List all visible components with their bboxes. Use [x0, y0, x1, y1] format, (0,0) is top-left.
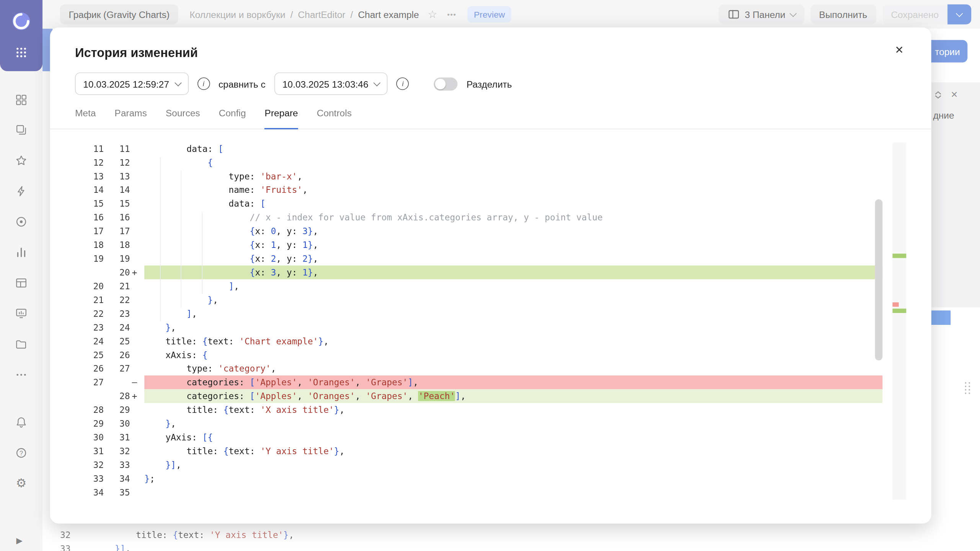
line-number-old: 32: [75, 458, 108, 472]
code-token: ,: [176, 460, 181, 470]
code-token: , y:: [276, 226, 302, 236]
line-number-old: 15: [75, 197, 108, 210]
diff-line: 1616 // x - index for value from xAxis.c…: [75, 210, 882, 224]
code-token: 1: [302, 267, 308, 277]
code-token: [144, 157, 207, 167]
code-token: ]: [455, 391, 461, 401]
line-number-old: [75, 389, 108, 403]
code-token: ,: [339, 405, 345, 415]
code-token: ]: [408, 377, 413, 387]
code-line: {: [144, 156, 882, 170]
revision-controls: 10.03.2025 12:59:27 i сравнить с 10.03.2…: [50, 72, 931, 95]
code-token: [144, 419, 165, 429]
diff-sign: [130, 334, 145, 348]
info-icon[interactable]: i: [397, 77, 409, 90]
diff-overview-mark-removed: [892, 302, 898, 306]
code-line: [144, 486, 882, 499]
split-toggle[interactable]: [434, 77, 458, 90]
chevron-down-icon: [374, 79, 381, 86]
code-token: 2: [271, 254, 276, 264]
line-number-old: 21: [75, 293, 108, 307]
line-number-old: 17: [75, 224, 108, 238]
code-token: title:: [144, 405, 223, 415]
code-token: }: [144, 474, 150, 484]
code-token: ,: [171, 322, 176, 332]
code-line: {x: 2, y: 2},: [144, 252, 882, 266]
code-token: ,: [413, 377, 418, 387]
diff-sign: [130, 417, 145, 430]
diff-sign: [130, 169, 145, 183]
tab-params[interactable]: Params: [114, 108, 147, 129]
line-number-new: 26: [108, 348, 130, 362]
code-line: categories: ['Apples', 'Oranges', 'Grape…: [144, 389, 882, 403]
indent-guide: [202, 212, 203, 294]
diff-sign: +: [130, 266, 145, 279]
code-line: title: {text: 'X axis title'},: [144, 403, 882, 417]
modal-close-icon[interactable]: ✕: [892, 44, 906, 57]
line-number-old: 26: [75, 362, 108, 375]
diff-sign: [130, 321, 145, 334]
code-line: type: 'category',: [144, 362, 882, 375]
line-number-old: 14: [75, 183, 108, 197]
code-token: , y:: [276, 240, 302, 250]
code-token: [144, 281, 229, 291]
diff-line: 1111 data: [: [75, 142, 882, 156]
diff-sign: [130, 362, 145, 375]
code-line: },: [144, 293, 882, 307]
diff-sign: [130, 486, 145, 499]
code-line: },: [144, 321, 882, 334]
code-token: 'Apples': [255, 377, 297, 387]
tab-controls[interactable]: Controls: [317, 108, 351, 129]
tab-meta[interactable]: Meta: [75, 108, 96, 129]
code-token: x:: [255, 267, 271, 277]
code-token: 'Peach': [418, 391, 455, 401]
code-token: {: [250, 240, 255, 250]
scrollbar-thumb[interactable]: [875, 199, 883, 360]
tab-prepare[interactable]: Prepare: [265, 108, 298, 129]
diff-overview-mark-added: [892, 254, 906, 258]
diff-line: 1818 {x: 1, y: 1},: [75, 238, 882, 252]
diff-line: 1515 data: [: [75, 197, 882, 210]
code-token: text:: [229, 405, 260, 415]
line-number-new: 15: [108, 197, 130, 210]
code-token: ]: [186, 309, 192, 319]
code-token: ,: [313, 226, 318, 236]
diff-sign: [130, 252, 145, 266]
code-token: x:: [255, 226, 271, 236]
code-line: {x: 1, y: 1},: [144, 238, 882, 252]
line-number-new: 29: [108, 403, 130, 417]
diff-sign: [130, 458, 145, 472]
line-number-new: 30: [108, 417, 130, 430]
code-token: }: [207, 295, 213, 305]
revision-select-left[interactable]: 10.03.2025 12:59:27: [75, 72, 189, 95]
revision-select-right[interactable]: 10.03.2025 13:03:46: [274, 72, 388, 95]
code-line: },: [144, 417, 882, 430]
code-token: 1: [302, 240, 308, 250]
diff-sign: [130, 472, 145, 486]
line-number-old: 20: [75, 279, 108, 293]
diff-sign: [130, 403, 145, 417]
line-number-old: 23: [75, 321, 108, 334]
line-number-old: 28: [75, 403, 108, 417]
line-number-new: 31: [108, 430, 130, 444]
code-token: ,: [297, 377, 308, 387]
line-number-old: 29: [75, 417, 108, 430]
code-token: [144, 460, 165, 470]
tab-sources[interactable]: Sources: [166, 108, 200, 129]
code-line: data: [: [144, 142, 882, 156]
line-number-new: 17: [108, 224, 130, 238]
tab-config[interactable]: Config: [219, 108, 246, 129]
diff-sign: [130, 156, 145, 170]
diff-sign: [130, 307, 145, 321]
indent-guide: [181, 171, 181, 308]
code-token: 'Oranges': [308, 391, 355, 401]
diff-line: 3233 }],: [75, 458, 882, 472]
code-token: 3: [271, 267, 276, 277]
info-icon[interactable]: i: [197, 77, 210, 90]
code-token: ,: [355, 377, 366, 387]
code-token: // x - index for value from xAxis.catego…: [144, 212, 603, 222]
code-token: [: [250, 391, 255, 401]
code-token: 'Fruits': [260, 185, 302, 195]
diff-sign: [130, 293, 145, 307]
line-number-new: 24: [108, 321, 130, 334]
